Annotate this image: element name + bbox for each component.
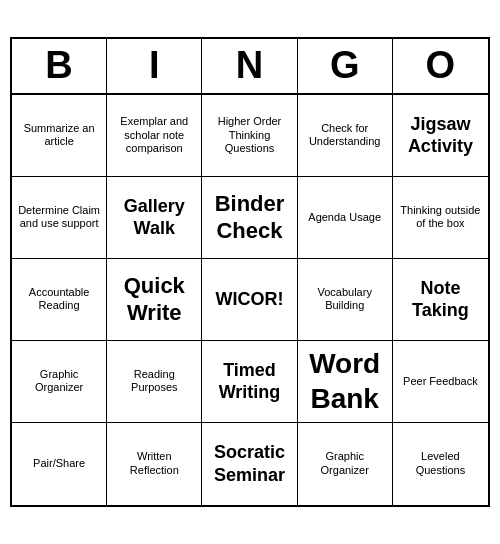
bingo-cell-9: Thinking outside of the box (393, 177, 488, 259)
bingo-cell-17: Timed Writing (202, 341, 297, 423)
bingo-cell-21: Written Reflection (107, 423, 202, 505)
bingo-cell-11: Quick Write (107, 259, 202, 341)
bingo-letter-i: I (107, 39, 202, 93)
bingo-cell-16: Reading Purposes (107, 341, 202, 423)
bingo-cell-5: Determine Claim and use support (12, 177, 107, 259)
bingo-cell-7: Binder Check (202, 177, 297, 259)
bingo-cell-0: Summarize an article (12, 95, 107, 177)
bingo-grid: Summarize an articleExemplar and scholar… (12, 95, 488, 505)
bingo-cell-1: Exemplar and scholar note comparison (107, 95, 202, 177)
bingo-cell-20: Pair/Share (12, 423, 107, 505)
bingo-letter-n: N (202, 39, 297, 93)
bingo-letter-b: B (12, 39, 107, 93)
bingo-cell-3: Check for Understanding (298, 95, 393, 177)
bingo-cell-23: Graphic Organizer (298, 423, 393, 505)
bingo-cell-10: Accountable Reading (12, 259, 107, 341)
bingo-cell-6: Gallery Walk (107, 177, 202, 259)
bingo-cell-2: Higher Order Thinking Questions (202, 95, 297, 177)
bingo-header: BINGO (12, 39, 488, 95)
bingo-cell-22: Socratic Seminar (202, 423, 297, 505)
bingo-cell-24: Leveled Questions (393, 423, 488, 505)
bingo-card: BINGO Summarize an articleExemplar and s… (10, 37, 490, 507)
bingo-cell-8: Agenda Usage (298, 177, 393, 259)
bingo-cell-14: Note Taking (393, 259, 488, 341)
bingo-cell-13: Vocabulary Building (298, 259, 393, 341)
bingo-cell-4: Jigsaw Activity (393, 95, 488, 177)
bingo-cell-15: Graphic Organizer (12, 341, 107, 423)
bingo-letter-g: G (298, 39, 393, 93)
bingo-cell-18: Word Bank (298, 341, 393, 423)
bingo-cell-12: WICOR! (202, 259, 297, 341)
bingo-cell-19: Peer Feedback (393, 341, 488, 423)
bingo-letter-o: O (393, 39, 488, 93)
